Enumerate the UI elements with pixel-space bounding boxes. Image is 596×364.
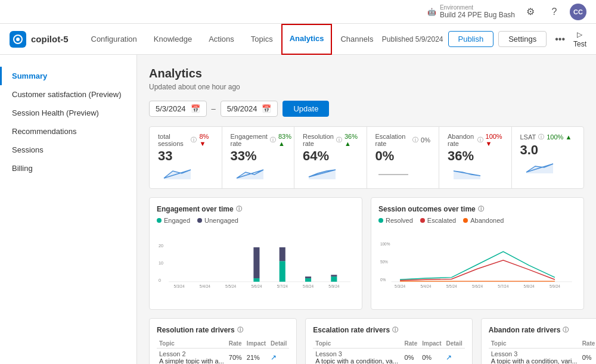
- abandoned-dot: [463, 218, 468, 223]
- info-icon-3[interactable]: ⓘ: [336, 136, 342, 144]
- help-button[interactable]: ?: [546, 4, 563, 20]
- sidebar-item-csat[interactable]: Customer satisfaction (Preview): [0, 85, 136, 104]
- escalation-drivers-card: Escalation rate drivers ⓘ Topic Rate Imp…: [305, 318, 472, 364]
- date-to-input[interactable]: 5/9/2024 📅: [221, 101, 278, 117]
- nav-configuration[interactable]: Configuration: [83, 24, 145, 55]
- settings-button[interactable]: Settings: [498, 31, 547, 47]
- resolved-dot: [378, 218, 383, 223]
- escalation-info-icon[interactable]: ⓘ: [392, 326, 398, 334]
- session-info-icon[interactable]: ⓘ: [478, 205, 484, 213]
- updated-label: Updated about one hour ago: [149, 83, 584, 91]
- metric-resolution-rate: Resolution rate ⓘ 36% ▲ 64%: [294, 127, 367, 188]
- table-row: Lesson 3 A topic with a condition, va...…: [313, 349, 464, 365]
- info-icon-5[interactable]: ⓘ: [477, 136, 483, 144]
- svg-text:100%: 100%: [380, 242, 390, 246]
- gear-button[interactable]: ⚙: [522, 4, 539, 20]
- engagement-chart: Engagement over time ⓘ Engaged Unengaged: [149, 197, 362, 310]
- metric-engagement-rate: Engagement rate ⓘ 83% ▲ 33%: [222, 127, 295, 188]
- escalation-detail-link[interactable]: ↗: [446, 353, 452, 362]
- sidebar: Summary Customer satisfaction (Preview) …: [0, 55, 137, 364]
- table-row: Lesson 2 A simple topic with a... 70% 21…: [157, 349, 289, 365]
- env-info: 🤖 Environment Build 24 PPE Bug Bash: [427, 4, 515, 19]
- info-icon-4[interactable]: ⓘ: [412, 136, 418, 144]
- env-name: Build 24 PPE Bug Bash: [440, 11, 515, 19]
- svg-text:5/7/24: 5/7/24: [498, 284, 508, 288]
- engagement-legend: Engaged Unengaged: [157, 217, 355, 224]
- svg-text:0: 0: [159, 278, 161, 283]
- metric-escalation-rate: Escalation rate ⓘ 0% 0%: [367, 127, 440, 188]
- publish-button[interactable]: Publish: [448, 31, 494, 47]
- engaged-dot: [157, 218, 162, 223]
- svg-text:20: 20: [159, 243, 163, 248]
- unengaged-dot: [197, 218, 202, 223]
- charts-row: Engagement over time ⓘ Engaged Unengaged: [149, 197, 584, 310]
- metric-abandon-rate: Abandon rate ⓘ 100% ▼ 36%: [439, 127, 512, 188]
- date-range-row: 5/3/2024 📅 – 5/9/2024 📅 Update: [149, 101, 584, 117]
- svg-text:10: 10: [159, 260, 163, 266]
- nav-topics[interactable]: Topics: [243, 24, 281, 55]
- avatar-button[interactable]: CC: [570, 4, 586, 20]
- svg-text:5/9/24: 5/9/24: [550, 284, 560, 288]
- sidebar-item-summary[interactable]: Summary: [0, 67, 136, 85]
- svg-rect-36: [331, 275, 337, 276]
- brand-name: copilot-5: [31, 34, 69, 44]
- svg-text:0%: 0%: [380, 278, 386, 282]
- nav-actions[interactable]: Actions: [200, 24, 243, 55]
- svg-rect-30: [280, 247, 285, 261]
- svg-text:5/7/24: 5/7/24: [277, 284, 288, 288]
- metrics-row: total sessions ⓘ 8% ▼ 33 Engagement rate…: [149, 126, 584, 189]
- svg-text:5/8/24: 5/8/24: [303, 284, 313, 288]
- resolution-drivers-card: Resolution rate drivers ⓘ Topic Rate Imp…: [149, 318, 297, 364]
- svg-text:5/4/24: 5/4/24: [420, 284, 431, 288]
- abandon-info-icon[interactable]: ⓘ: [563, 326, 569, 334]
- content-area: Analytics Updated about one hour ago 5/3…: [137, 55, 596, 364]
- published-date: Published 5/9/2024: [382, 35, 443, 43]
- metric-lsat: LSAT ⓘ 100% ▲ 3.0: [512, 127, 584, 188]
- svg-text:5/3/24: 5/3/24: [174, 284, 185, 288]
- resolution-table: Topic Rate Impact Detail Lesson 2 A simp…: [157, 339, 289, 364]
- escalated-dot: [420, 218, 425, 223]
- drivers-row: Resolution rate drivers ⓘ Topic Rate Imp…: [149, 318, 584, 364]
- sidebar-item-billing[interactable]: Billing: [0, 159, 136, 178]
- sidebar-item-sessions[interactable]: Sessions: [0, 141, 136, 159]
- svg-point-1: [16, 38, 20, 41]
- main-layout: Summary Customer satisfaction (Preview) …: [0, 55, 596, 364]
- nav-analytics[interactable]: Analytics: [281, 24, 333, 55]
- nav-knowledge[interactable]: Knowledge: [145, 24, 200, 55]
- sidebar-item-recommendations[interactable]: Recommendations: [0, 122, 136, 141]
- page-title: Analytics: [149, 67, 584, 80]
- info-icon-6[interactable]: ⓘ: [538, 133, 544, 141]
- test-button[interactable]: ▷ Test: [573, 30, 586, 48]
- table-row: Lesson 3 A topic with a condition, vari.…: [489, 349, 596, 365]
- svg-text:50%: 50%: [380, 260, 388, 264]
- test-icon: ▷: [577, 30, 582, 39]
- svg-rect-27: [253, 247, 259, 278]
- engagement-info-icon[interactable]: ⓘ: [236, 205, 242, 213]
- metric-total-sessions: total sessions ⓘ 8% ▼ 33: [150, 127, 222, 188]
- more-button[interactable]: •••: [551, 32, 569, 47]
- abandon-drivers-card: Abandon rate drivers ⓘ Topic Rate Impact…: [481, 318, 596, 364]
- calendar-icon: 📅: [191, 104, 200, 113]
- date-from-input[interactable]: 5/3/2024 📅: [149, 101, 207, 117]
- session-legend: Resolved Escalated Abandoned: [378, 217, 576, 224]
- detail-link[interactable]: ↗: [271, 353, 277, 362]
- svg-text:5/3/24: 5/3/24: [395, 284, 405, 288]
- escalation-table: Topic Rate Impact Detail Lesson 3 A topi…: [313, 339, 464, 364]
- info-icon-2[interactable]: ⓘ: [270, 136, 276, 144]
- info-icon[interactable]: ⓘ: [191, 136, 197, 144]
- session-outcomes-chart: Session outcomes over time ⓘ Resolved Es…: [371, 197, 584, 310]
- nav-links: Configuration Knowledge Actions Topics A…: [83, 24, 382, 55]
- svg-text:5/4/24: 5/4/24: [200, 284, 210, 288]
- top-bar: 🤖 Environment Build 24 PPE Bug Bash ⚙ ? …: [0, 0, 596, 24]
- resolution-info-icon[interactable]: ⓘ: [237, 326, 243, 334]
- session-svg: 100% 50% 0% 5/3/24 5/4/24 5/5/24 5/6/24 …: [378, 229, 576, 300]
- update-button[interactable]: Update: [283, 101, 329, 117]
- svg-text:5/9/24: 5/9/24: [328, 284, 339, 288]
- svg-text:5/5/24: 5/5/24: [446, 284, 457, 288]
- nav-channels[interactable]: Channels: [332, 24, 381, 55]
- brand: copilot-5: [10, 31, 69, 48]
- svg-text:5/6/24: 5/6/24: [251, 284, 262, 288]
- sidebar-item-session-health[interactable]: Session Health (Preview): [0, 104, 136, 122]
- calendar-icon-2: 📅: [262, 104, 271, 113]
- nav-right: Published 5/9/2024 Publish Settings ••• …: [382, 30, 586, 48]
